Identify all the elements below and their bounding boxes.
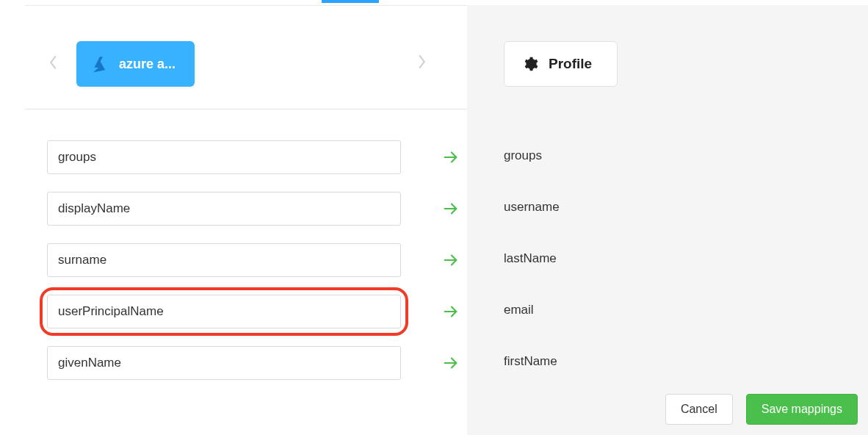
- prev-source-button[interactable]: [43, 42, 63, 86]
- footer-actions: Cancel Save mappings: [665, 394, 858, 425]
- target-field-label: username: [504, 200, 560, 215]
- chevron-left-icon: [48, 54, 58, 74]
- active-tab-underline: [322, 0, 379, 3]
- target-field-label: lastName: [504, 251, 557, 266]
- target-field-label: firstName: [504, 354, 557, 369]
- source-chip-azure[interactable]: azure a...: [76, 41, 195, 87]
- save-mappings-button[interactable]: Save mappings: [746, 394, 858, 425]
- source-field-input[interactable]: [47, 295, 401, 328]
- mapping-row: firstName: [25, 338, 868, 389]
- mapping-row: username: [25, 184, 868, 235]
- mapping-row: lastName: [25, 235, 868, 287]
- source-chip-label: azure a...: [119, 57, 176, 72]
- source-field-input[interactable]: [47, 346, 401, 380]
- section-divider: [25, 109, 467, 109]
- arrow-right-icon: [441, 353, 461, 373]
- source-selector: azure a...: [43, 41, 195, 87]
- arrow-right-icon: [441, 301, 461, 322]
- cancel-button-label: Cancel: [681, 403, 717, 416]
- target-field-label: email: [504, 303, 534, 317]
- gear-icon: [522, 56, 538, 72]
- arrow-right-icon: [441, 147, 461, 168]
- mapping-rows: groupsusernamelastNameemailfirstName: [25, 132, 868, 389]
- target-chip-label: Profile: [549, 56, 592, 72]
- next-source-button[interactable]: [411, 41, 432, 85]
- source-field-input[interactable]: [47, 140, 401, 174]
- mapping-row: groups: [25, 132, 868, 184]
- source-field-wrap: [47, 295, 401, 328]
- source-field-wrap: [47, 243, 401, 277]
- source-field-wrap: [47, 140, 401, 174]
- cancel-button[interactable]: Cancel: [665, 394, 733, 425]
- source-field-wrap: [47, 346, 401, 380]
- source-field-input[interactable]: [47, 243, 401, 277]
- chevron-right-icon: [417, 53, 427, 73]
- mapping-page: azure a... Profile groupsusernamelastNam…: [0, 0, 868, 435]
- mapping-row: email: [25, 287, 868, 338]
- arrow-right-icon: [441, 250, 461, 270]
- arrow-right-icon: [441, 198, 461, 219]
- target-field-label: groups: [504, 148, 542, 163]
- source-field-input[interactable]: [47, 192, 401, 226]
- azure-icon: [90, 54, 109, 73]
- target-chip-profile[interactable]: Profile: [504, 41, 618, 87]
- source-field-wrap: [47, 192, 401, 226]
- save-mappings-button-label: Save mappings: [762, 403, 842, 416]
